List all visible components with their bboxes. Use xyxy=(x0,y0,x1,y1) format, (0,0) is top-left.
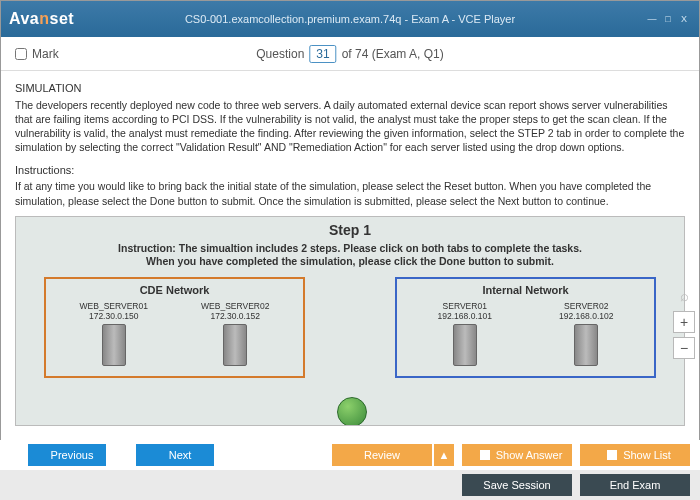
review-dropdown-button[interactable]: ▲ xyxy=(434,444,454,466)
step-title: Step 1 xyxy=(16,221,684,240)
server-item: WEB_SERVER02 172.30.0.152 xyxy=(201,301,269,366)
checkbox-icon xyxy=(480,450,490,460)
checkbox-icon xyxy=(607,450,617,460)
previous-button[interactable]: Previous xyxy=(28,444,106,466)
step-instruction: Instruction: The simualtion includes 2 s… xyxy=(16,242,684,269)
show-list-button[interactable]: Show List xyxy=(580,444,690,466)
server-icon xyxy=(223,324,247,366)
end-exam-button[interactable]: End Exam xyxy=(580,474,690,496)
question-word: Question xyxy=(256,47,304,61)
zoom-controls: ⌕ + − xyxy=(673,285,695,359)
simulation-panel: Step 1 Instruction: The simualtion inclu… xyxy=(15,216,685,426)
internal-network-box: Internal Network SERVER01 192.168.0.101 … xyxy=(395,277,656,378)
next-button[interactable]: Next xyxy=(136,444,214,466)
maximize-icon[interactable]: □ xyxy=(661,13,675,25)
server-item: SERVER01 192.168.0.101 xyxy=(438,301,492,366)
mark-checkbox[interactable]: Mark xyxy=(15,47,59,61)
close-icon[interactable]: X xyxy=(677,13,691,25)
cde-network-label: CDE Network xyxy=(56,283,293,298)
title-bar: Avanset CS0-001.examcollection.premium.e… xyxy=(1,1,699,37)
server-icon xyxy=(102,324,126,366)
cde-network-box: CDE Network WEB_SERVER01 172.30.0.150 WE… xyxy=(44,277,305,378)
review-button[interactable]: Review xyxy=(332,444,432,466)
save-session-button[interactable]: Save Session xyxy=(462,474,572,496)
question-total: of 74 (Exam A, Q1) xyxy=(342,47,444,61)
instructions-body: If at any time you would like to bring b… xyxy=(15,179,685,207)
mark-label: Mark xyxy=(32,47,59,61)
window-title: CS0-001.examcollection.premium.exam.74q … xyxy=(185,13,515,25)
show-answer-button[interactable]: Show Answer xyxy=(462,444,572,466)
zoom-in-button[interactable]: + xyxy=(673,311,695,333)
mark-checkbox-input[interactable] xyxy=(15,48,27,60)
instructions-heading: Instructions: xyxy=(15,163,685,178)
server-item: SERVER02 192.168.0.102 xyxy=(559,301,613,366)
question-body: The developers recently deployed new cod… xyxy=(15,98,685,155)
minimize-icon[interactable]: — xyxy=(645,13,659,25)
internal-network-label: Internal Network xyxy=(407,283,644,298)
app-logo: Avanset xyxy=(9,10,74,28)
footer: Previous Next Review ▲ Show Answer Show … xyxy=(0,440,700,500)
server-icon xyxy=(574,324,598,366)
question-number-box: 31 xyxy=(309,45,336,63)
simulation-heading: SIMULATION xyxy=(15,81,685,96)
server-item: WEB_SERVER01 172.30.0.150 xyxy=(80,301,148,366)
content-scroll-area[interactable]: SIMULATION The developers recently deplo… xyxy=(1,71,699,439)
server-icon xyxy=(453,324,477,366)
question-header: Mark Question 31 of 74 (Exam A, Q1) xyxy=(1,37,699,71)
magnifier-icon[interactable]: ⌕ xyxy=(673,285,695,307)
zoom-out-button[interactable]: − xyxy=(673,337,695,359)
globe-icon xyxy=(337,397,367,426)
